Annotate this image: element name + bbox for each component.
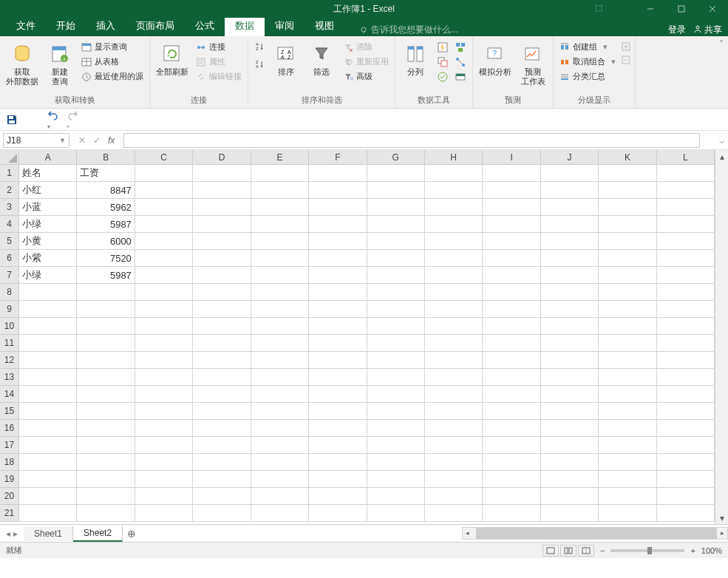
cell[interactable] <box>657 420 715 437</box>
cell[interactable] <box>483 437 540 454</box>
cell[interactable] <box>135 284 193 301</box>
cell[interactable] <box>483 386 540 403</box>
cell[interactable] <box>309 488 367 505</box>
column-header[interactable]: J <box>541 150 599 165</box>
normal-view-button[interactable] <box>542 545 559 557</box>
insert-function-button[interactable]: fx <box>108 135 115 146</box>
cell[interactable] <box>367 267 425 284</box>
cell[interactable] <box>425 454 483 471</box>
cell[interactable]: 小黄 <box>19 233 77 250</box>
sheet-tab-1[interactable]: Sheet1 <box>24 526 73 541</box>
page-break-view-button[interactable] <box>578 545 594 557</box>
cell[interactable] <box>193 216 251 233</box>
cell[interactable] <box>193 420 251 437</box>
cancel-formula-button[interactable]: ✕ <box>78 135 86 146</box>
cell[interactable] <box>135 369 193 386</box>
cell[interactable] <box>657 403 715 420</box>
cell[interactable] <box>599 284 656 301</box>
row-header[interactable]: 2 <box>0 182 19 199</box>
flash-fill-button[interactable] <box>435 41 450 54</box>
cell[interactable] <box>135 420 193 437</box>
cell[interactable] <box>657 488 715 505</box>
cell[interactable] <box>193 165 251 182</box>
row-header[interactable]: 17 <box>0 437 19 454</box>
row-header[interactable]: 4 <box>0 216 19 233</box>
cell[interactable] <box>309 165 367 182</box>
cell[interactable] <box>251 301 309 318</box>
cell[interactable] <box>367 420 425 437</box>
cell[interactable] <box>135 250 193 267</box>
maximize-button[interactable] <box>666 0 697 18</box>
cell[interactable] <box>251 471 309 488</box>
cell[interactable] <box>657 471 715 488</box>
cell[interactable] <box>367 369 425 386</box>
cell[interactable] <box>367 437 425 454</box>
column-header[interactable]: A <box>19 150 77 165</box>
close-button[interactable] <box>697 0 728 18</box>
cell[interactable] <box>599 369 656 386</box>
cell[interactable] <box>135 505 193 522</box>
cell[interactable] <box>309 216 367 233</box>
cell[interactable] <box>77 318 135 335</box>
cell[interactable] <box>425 284 483 301</box>
cell[interactable] <box>19 437 77 454</box>
cell[interactable] <box>425 488 483 505</box>
cell[interactable] <box>483 250 540 267</box>
cell[interactable]: 小紫 <box>19 250 77 267</box>
cell[interactable] <box>367 216 425 233</box>
select-all-corner[interactable] <box>0 150 19 165</box>
cell[interactable] <box>483 352 540 369</box>
from-table-button[interactable]: 从表格 <box>80 55 145 68</box>
row-header[interactable]: 10 <box>0 318 19 335</box>
cell[interactable] <box>193 437 251 454</box>
undo-button[interactable]: ▾ <box>47 109 59 131</box>
cell[interactable] <box>309 335 367 352</box>
tab-insert[interactable]: 插入 <box>86 16 126 36</box>
cell[interactable] <box>251 233 309 250</box>
sheet-tab-2[interactable]: Sheet2 <box>73 526 123 542</box>
cell[interactable] <box>657 250 715 267</box>
show-detail-button[interactable] <box>622 42 630 51</box>
cell[interactable] <box>483 318 540 335</box>
tab-page-layout[interactable]: 页面布局 <box>126 16 185 36</box>
hide-detail-button[interactable] <box>622 55 630 64</box>
cell[interactable] <box>483 369 540 386</box>
cell[interactable] <box>309 454 367 471</box>
row-header[interactable]: 15 <box>0 403 19 420</box>
cell[interactable] <box>367 165 425 182</box>
sheet-nav-next[interactable]: ▸ <box>13 528 18 539</box>
ribbon-display-icon[interactable]: ⬚ <box>595 3 602 13</box>
cell[interactable] <box>135 437 193 454</box>
cell[interactable] <box>541 182 599 199</box>
cell[interactable] <box>599 505 656 522</box>
page-layout-view-button[interactable] <box>560 545 576 557</box>
cell[interactable] <box>309 284 367 301</box>
cell[interactable] <box>367 352 425 369</box>
cell[interactable] <box>599 267 656 284</box>
cell[interactable] <box>19 420 77 437</box>
cell[interactable] <box>425 301 483 318</box>
zoom-out-button[interactable]: − <box>600 546 605 555</box>
new-sheet-button[interactable]: ⊕ <box>123 528 140 540</box>
cell[interactable] <box>193 199 251 216</box>
cell[interactable] <box>483 182 540 199</box>
cell[interactable] <box>483 267 540 284</box>
cell[interactable] <box>657 352 715 369</box>
relationships-button[interactable] <box>453 55 468 69</box>
cell[interactable] <box>541 352 599 369</box>
minimize-button[interactable] <box>635 0 666 18</box>
cell[interactable] <box>251 437 309 454</box>
refresh-all-button[interactable]: 全部刷新 <box>154 41 190 78</box>
tab-review[interactable]: 审阅 <box>265 16 305 36</box>
cell[interactable] <box>367 488 425 505</box>
cell[interactable] <box>599 471 656 488</box>
cell[interactable] <box>19 471 77 488</box>
cell[interactable] <box>425 233 483 250</box>
zoom-level[interactable]: 100% <box>701 546 722 555</box>
cell[interactable] <box>367 301 425 318</box>
cell[interactable] <box>77 369 135 386</box>
properties-button[interactable]: 属性 <box>194 55 243 68</box>
column-header[interactable]: F <box>309 150 367 165</box>
cell[interactable] <box>19 369 77 386</box>
cell[interactable] <box>193 250 251 267</box>
